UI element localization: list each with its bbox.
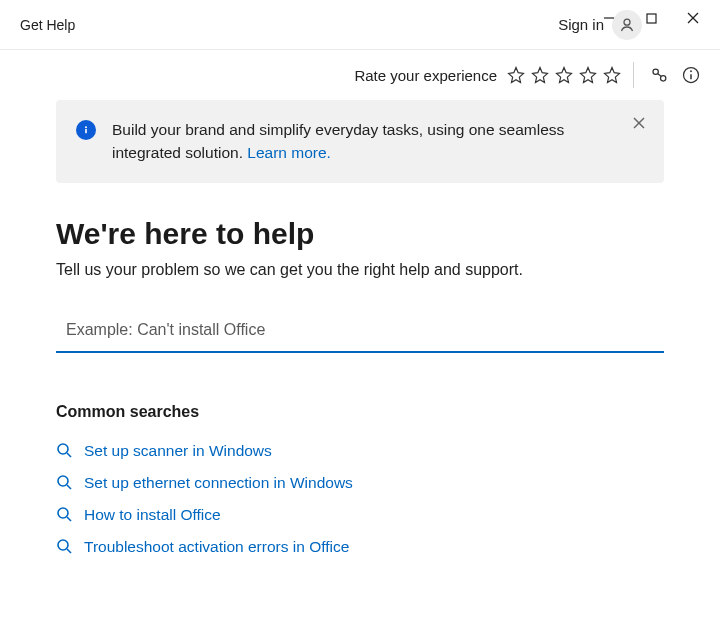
- close-button[interactable]: [672, 4, 714, 32]
- common-search-link: Set up ethernet connection in Windows: [84, 474, 353, 492]
- svg-line-15: [67, 453, 71, 457]
- star-2[interactable]: [529, 64, 551, 86]
- svg-line-17: [67, 485, 71, 489]
- window-controls: [588, 4, 714, 32]
- svg-rect-11: [85, 129, 87, 133]
- common-searches-heading: Common searches: [56, 403, 664, 421]
- svg-line-21: [67, 549, 71, 553]
- star-rating: [505, 64, 623, 86]
- svg-rect-2: [647, 14, 656, 23]
- divider: [633, 62, 634, 88]
- rate-label: Rate your experience: [354, 67, 497, 84]
- svg-point-20: [58, 540, 68, 550]
- titlebar: Get Help Sign in: [0, 0, 720, 50]
- svg-line-19: [67, 517, 71, 521]
- rating-toolbar: Rate your experience: [0, 50, 720, 100]
- svg-point-5: [653, 69, 658, 74]
- banner-close-button[interactable]: [628, 112, 650, 134]
- common-search-item[interactable]: Set up scanner in Windows: [56, 435, 664, 467]
- page-title: We're here to help: [56, 217, 664, 251]
- search-icon: [56, 442, 74, 460]
- promo-banner: Build your brand and simplify everyday t…: [56, 100, 664, 183]
- common-search-link: Troubleshoot activation errors in Office: [84, 538, 349, 556]
- app-title: Get Help: [20, 17, 75, 33]
- svg-point-18: [58, 508, 68, 518]
- banner-text: Build your brand and simplify everyday t…: [112, 118, 614, 165]
- search-icon: [56, 538, 74, 556]
- svg-point-10: [85, 126, 87, 128]
- star-3[interactable]: [553, 64, 575, 86]
- svg-point-16: [58, 476, 68, 486]
- star-4[interactable]: [577, 64, 599, 86]
- main-content: Build your brand and simplify everyday t…: [0, 100, 720, 563]
- maximize-button[interactable]: [630, 4, 672, 32]
- info-icon[interactable]: [678, 62, 704, 88]
- search-input[interactable]: [56, 309, 664, 353]
- common-search-link: Set up scanner in Windows: [84, 442, 272, 460]
- common-search-item[interactable]: Troubleshoot activation errors in Office: [56, 531, 664, 563]
- page-subtitle: Tell us your problem so we can get you t…: [56, 261, 664, 279]
- star-5[interactable]: [601, 64, 623, 86]
- svg-point-6: [661, 76, 666, 81]
- svg-point-14: [58, 444, 68, 454]
- info-badge-icon: [76, 120, 96, 140]
- search-icon: [56, 474, 74, 492]
- star-1[interactable]: [505, 64, 527, 86]
- common-search-item[interactable]: Set up ethernet connection in Windows: [56, 467, 664, 499]
- common-searches-list: Set up scanner in Windows Set up etherne…: [56, 435, 664, 563]
- headset-icon[interactable]: [646, 62, 672, 88]
- search-icon: [56, 506, 74, 524]
- banner-message: Build your brand and simplify everyday t…: [112, 121, 564, 161]
- svg-point-9: [690, 70, 692, 72]
- minimize-button[interactable]: [588, 4, 630, 32]
- common-search-item[interactable]: How to install Office: [56, 499, 664, 531]
- common-search-link: How to install Office: [84, 506, 221, 524]
- banner-learn-more-link[interactable]: Learn more.: [247, 144, 331, 161]
